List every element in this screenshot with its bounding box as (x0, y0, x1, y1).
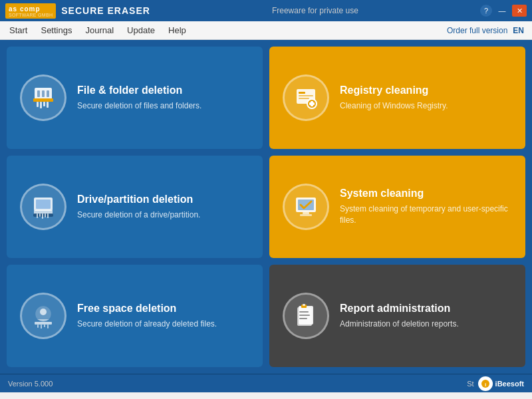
statusbar: Version 5.000 St i iBeesoft (0, 374, 532, 392)
svg-rect-10 (299, 92, 305, 94)
freeware-label: Freeware for private use (150, 6, 480, 15)
language-badge[interactable]: EN (513, 26, 524, 35)
tile-system-icon-circle (283, 184, 329, 230)
tile-system-text: System cleaning System cleaning of tempo… (340, 188, 512, 226)
main-content: File & folder deletion Secure deletion o… (0, 40, 532, 374)
svg-rect-39 (299, 315, 310, 316)
svg-rect-34 (44, 325, 45, 327)
ibeesoft-icon: i (478, 376, 493, 391)
svg-rect-40 (299, 318, 307, 319)
svg-rect-15 (309, 102, 315, 105)
minimize-button[interactable]: — (495, 5, 509, 17)
svg-rect-22 (42, 213, 43, 219)
help-icon-button[interactable]: ? (480, 5, 492, 17)
svg-rect-27 (303, 212, 309, 214)
menu-items: Start Settings Journal Update Help (3, 23, 193, 38)
order-full-version-link[interactable]: Order full version (447, 26, 507, 35)
menubar-right: Order full version EN (447, 26, 529, 35)
logo-brand: as comp (9, 5, 41, 13)
tile-file-folder-icon-circle (20, 74, 66, 121)
svg-rect-4 (43, 102, 45, 106)
tile-registry[interactable]: Registry cleaning Cleaning of Windows Re… (269, 47, 525, 149)
tile-report-desc: Administration of deletion reports. (340, 319, 512, 330)
app-title: SECURE ERASER (61, 5, 150, 16)
shredder-icon (31, 85, 56, 110)
svg-rect-24 (47, 213, 49, 218)
tile-file-folder-desc: Secure deletion of files and folders. (77, 100, 249, 112)
report-icon (293, 303, 319, 329)
svg-point-30 (40, 309, 47, 315)
ibeesoft-text: iBeesoft (495, 380, 524, 388)
svg-rect-3 (40, 102, 42, 108)
svg-rect-32 (37, 325, 39, 328)
tile-registry-desc: Cleaning of Windows Registry. (340, 100, 512, 112)
tile-file-folder[interactable]: File & folder deletion Secure deletion o… (7, 47, 263, 149)
svg-rect-6 (37, 90, 40, 97)
statusbar-right: St i iBeesoft (467, 376, 524, 391)
tile-report-text: Report administration Administration of … (340, 303, 512, 330)
close-button[interactable]: ✕ (512, 5, 527, 17)
menu-settings[interactable]: Settings (34, 23, 78, 38)
tile-report[interactable]: Report administration Administration of … (269, 265, 525, 367)
svg-rect-35 (47, 325, 49, 329)
tile-drive-text: Drive/partition deletion Secure deletion… (77, 194, 249, 221)
tile-freespace-text: Free space deletion Secure deletion of a… (77, 303, 249, 330)
tile-registry-title: Registry cleaning (340, 84, 512, 96)
system-icon (293, 194, 319, 219)
svg-rect-38 (299, 311, 309, 313)
tile-report-icon-circle (283, 293, 329, 339)
tile-system-desc: System cleaning of temporary and user-sp… (340, 203, 512, 226)
menubar: Start Settings Journal Update Help Order… (0, 21, 532, 40)
titlebar: as comp SOFTWARE GMBH SECURE ERASER Free… (0, 0, 532, 21)
titlebar-left: as comp SOFTWARE GMBH SECURE ERASER (5, 3, 150, 19)
drive-icon (31, 194, 56, 219)
registry-icon (293, 85, 319, 110)
tile-freespace-icon-circle (20, 293, 66, 339)
tile-drive-title: Drive/partition deletion (77, 194, 249, 205)
svg-text:i: i (484, 381, 485, 387)
window-controls: ? — ✕ (480, 5, 527, 17)
svg-rect-31 (35, 322, 52, 325)
svg-rect-11 (299, 95, 313, 96)
tile-drive[interactable]: Drive/partition deletion Secure deletion… (7, 156, 263, 258)
tile-file-folder-text: File & folder deletion Secure deletion o… (77, 84, 249, 112)
svg-rect-1 (33, 98, 53, 102)
logo-sub: SOFTWARE GMBH (9, 13, 53, 17)
tile-registry-icon-circle (283, 74, 329, 121)
svg-rect-5 (47, 102, 49, 108)
menu-help[interactable]: Help (162, 23, 193, 38)
svg-rect-8 (47, 90, 49, 97)
menu-journal[interactable]: Journal (78, 23, 120, 38)
ibeesoft-logo: i iBeesoft (478, 376, 524, 391)
svg-rect-12 (299, 98, 309, 99)
svg-rect-42 (303, 304, 305, 306)
tile-report-title: Report administration (340, 303, 512, 315)
brand-prefix: St (467, 380, 473, 388)
menu-update[interactable]: Update (120, 23, 162, 38)
logo-box: as comp SOFTWARE GMBH (5, 3, 56, 19)
freespace-icon (31, 303, 56, 329)
tile-drive-desc: Secure deletion of a drive/partition. (77, 209, 249, 221)
tile-freespace-title: Free space deletion (77, 303, 249, 315)
menu-start[interactable]: Start (3, 23, 34, 38)
svg-rect-2 (37, 102, 39, 107)
svg-rect-23 (45, 213, 46, 217)
svg-rect-17 (36, 200, 51, 209)
tile-system[interactable]: System cleaning System cleaning of tempo… (269, 156, 525, 258)
version-label: Version 5.000 (8, 380, 53, 388)
svg-rect-37 (297, 307, 312, 326)
tile-drive-icon-circle (20, 184, 66, 230)
svg-rect-20 (37, 213, 38, 218)
tile-freespace[interactable]: Free space deletion Secure deletion of a… (7, 265, 263, 367)
svg-rect-7 (42, 90, 45, 97)
svg-rect-21 (39, 213, 41, 217)
tile-freespace-desc: Secure deletion of already deleted files… (77, 319, 249, 330)
tile-system-title: System cleaning (340, 188, 512, 200)
svg-rect-28 (300, 214, 312, 216)
tile-file-folder-title: File & folder deletion (77, 84, 249, 96)
svg-rect-33 (41, 325, 42, 329)
tile-registry-text: Registry cleaning Cleaning of Windows Re… (340, 84, 512, 112)
